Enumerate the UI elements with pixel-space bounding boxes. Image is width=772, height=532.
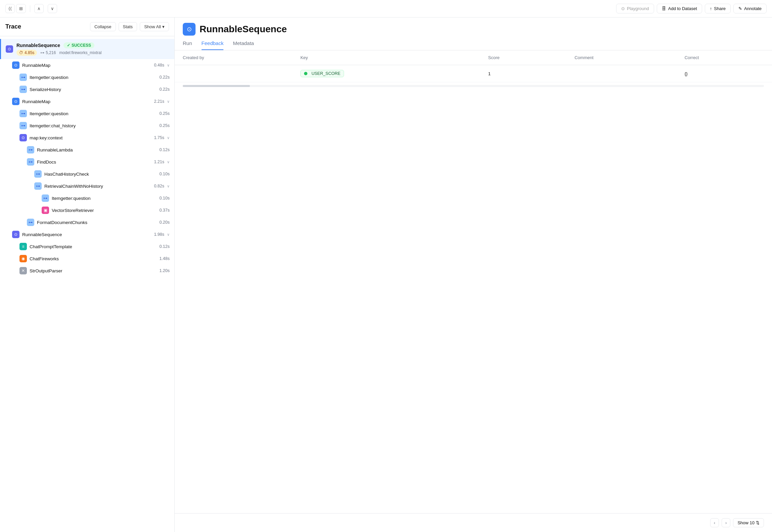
expand-chevron-icon[interactable]: ∨ [167, 184, 170, 188]
col-comment: Comment [566, 50, 676, 65]
share-button[interactable]: ↑ Share [705, 4, 731, 13]
node-icon: ≡ [19, 243, 27, 250]
tree-item-name: Itemgetter:question [30, 111, 157, 116]
tree-item-time: 0.10s [159, 172, 170, 176]
topbar-right: ⊙ Playground 🗄 Add to Dataset ↑ Share ✎ … [616, 4, 767, 13]
node-icon: ⊙ [12, 61, 19, 69]
tree-item[interactable]: ⊶ Itemgetter:chat_history 0.25s [0, 120, 174, 132]
tree-item-time: 0.10s [159, 196, 170, 201]
tree-item[interactable]: ⊙ map:key:context 1.75s ∨ [0, 132, 174, 144]
trace-root-item[interactable]: ⊙ RunnableSequence ✓ SUCCESS ⏱ [0, 39, 174, 59]
expand-chevron-icon[interactable]: ∨ [167, 160, 170, 164]
expand-button[interactable]: ⊞ [16, 4, 26, 13]
feedback-table-body: USER_SCORE 1 {} [175, 65, 772, 82]
show-all-button[interactable]: Show All ▾ [140, 22, 169, 31]
tree-item-name: Itemgetter:question [30, 75, 157, 80]
show-count-select[interactable]: Show 10 ⇅ [733, 518, 764, 527]
annotate-icon: ✎ [738, 6, 742, 11]
playground-button[interactable]: ⊙ Playground [616, 4, 654, 13]
tab-run[interactable]: Run [183, 40, 192, 50]
prev-button[interactable]: ∧ [34, 4, 44, 13]
tree-item[interactable]: ⊙ RunnableMap 2.21s ∨ [0, 95, 174, 107]
cell-created-by [175, 65, 292, 82]
expand-chevron-icon[interactable]: ∨ [167, 232, 170, 237]
cell-comment [566, 65, 676, 82]
tree-item-time: 1.48s [159, 256, 170, 261]
node-icon: ⊶ [34, 170, 42, 178]
tab-feedback[interactable]: Feedback [202, 40, 224, 50]
expand-chevron-icon[interactable]: ∨ [167, 99, 170, 104]
horizontal-scrollbar[interactable] [175, 82, 772, 91]
cell-score: 1 [480, 65, 566, 82]
playground-icon: ⊙ [621, 6, 625, 11]
node-icon: ⊶ [19, 86, 27, 93]
tab-metadata[interactable]: Metadata [233, 40, 254, 50]
tree-item[interactable]: ⊙ RunnableMap 0.48s ∨ [0, 59, 174, 71]
tab-bar: Run Feedback Metadata [183, 40, 764, 50]
tree-item[interactable]: ✕ StrOutputParser 1.20s [0, 265, 174, 277]
trace-title: Trace [5, 23, 21, 30]
tree-item[interactable]: ⊶ SerializeHistory 0.22s [0, 83, 174, 95]
tree-item[interactable]: ⊶ Itemgetter:question 0.25s [0, 107, 174, 120]
tree-item[interactable]: ⊶ Itemgetter:question 0.22s [0, 71, 174, 83]
tree-item-name: StrOutputParser [30, 268, 157, 273]
node-icon: ⊶ [27, 158, 34, 166]
tree-item[interactable]: ◉ ChatFireworks 1.48s [0, 253, 174, 265]
right-title: ⊙ RunnableSequence [183, 23, 764, 36]
feedback-content: Created by Key Score Comment Correct U [175, 50, 772, 513]
stats-button[interactable]: Stats [119, 22, 137, 31]
nav-back-button[interactable]: ⟨⟨ [5, 4, 15, 13]
node-icon: ⊶ [19, 122, 27, 129]
tree-item-name: SerializeHistory [30, 87, 157, 92]
prev-page-button[interactable]: ‹ [710, 518, 719, 527]
next-page-button[interactable]: › [722, 518, 730, 527]
expand-chevron-icon[interactable]: ∨ [167, 136, 170, 140]
trace-tree[interactable]: ⊙ RunnableSequence ✓ SUCCESS ⏱ [0, 36, 174, 532]
tree-item[interactable]: ⊶ RetrievalChainWithNoHistory 0.82s ∨ [0, 180, 174, 192]
node-icon: ⊙ [12, 98, 19, 105]
annotate-button[interactable]: ✎ Annotate [733, 4, 767, 13]
divider [30, 5, 30, 12]
tree-item[interactable]: ⊶ HasChatHistoryCheck 0.10s [0, 168, 174, 180]
tree-item-name: Itemgetter:chat_history [30, 123, 157, 128]
node-icon: ⊶ [42, 194, 49, 202]
col-key: Key [292, 50, 480, 65]
tree-item[interactable]: ⊶ FindDocs 1.21s ∨ [0, 156, 174, 168]
tree-item-name: HasChatHistoryCheck [44, 172, 157, 177]
tree-item-name: RunnableSequence [22, 232, 151, 237]
tree-item[interactable]: ⊶ FormatDocumentChunks 0.20s [0, 216, 174, 228]
tree-item-time: 0.25s [159, 123, 170, 128]
node-icon: ⊙ [12, 231, 19, 238]
tree-item-time: 0.12s [159, 244, 170, 249]
dataset-icon: 🗄 [662, 6, 666, 11]
trace-panel: Trace Collapse Stats Show All ▾ ⊙ Runnab… [0, 17, 175, 532]
tree-item[interactable]: ⊶ Itemgetter:question 0.10s [0, 192, 174, 204]
next-button[interactable]: ∨ [48, 4, 57, 13]
right-header: ⊙ RunnableSequence Run Feedback Metadata [175, 17, 772, 50]
tree-item-time: 0.12s [159, 147, 170, 152]
scroll-thumb[interactable] [183, 85, 250, 87]
tree-item-name: ChatFireworks [30, 256, 157, 261]
collapse-button[interactable]: Collapse [90, 22, 116, 31]
tree-item[interactable]: ⊶ RunnableLambda 0.12s [0, 144, 174, 156]
add-to-dataset-button[interactable]: 🗄 Add to Dataset [657, 4, 702, 13]
tree-item-time: 1.98s [154, 232, 164, 237]
trace-root[interactable]: ⊙ RunnableSequence ✓ SUCCESS ⏱ [0, 39, 174, 59]
tree-item-name: VectorStoreRetriever [52, 208, 157, 213]
node-icon: ◉ [19, 255, 27, 262]
key-badge: USER_SCORE [300, 70, 344, 77]
tree-item[interactable]: ≡ ChatPromptTemplate 0.12s [0, 240, 174, 253]
tree-item-time: 0.22s [159, 75, 170, 80]
expand-chevron-icon[interactable]: ∨ [167, 63, 170, 68]
tree-item-time: 0.25s [159, 111, 170, 116]
node-icon: ✕ [19, 267, 27, 274]
col-score: Score [480, 50, 566, 65]
node-icon: ⊶ [34, 182, 42, 190]
right-panel: ⊙ RunnableSequence Run Feedback Metadata… [175, 17, 772, 532]
tree-item[interactable]: ▣ VectorStoreRetriever 0.37s [0, 204, 174, 216]
tree-item[interactable]: ⊙ RunnableSequence 1.98s ∨ [0, 228, 174, 240]
clock-icon: ⏱ [19, 50, 23, 55]
chevron-up-down-icon: ⇅ [756, 520, 760, 525]
tree-item-time: 1.21s [154, 160, 164, 164]
tree-item-name: FindDocs [37, 160, 151, 165]
